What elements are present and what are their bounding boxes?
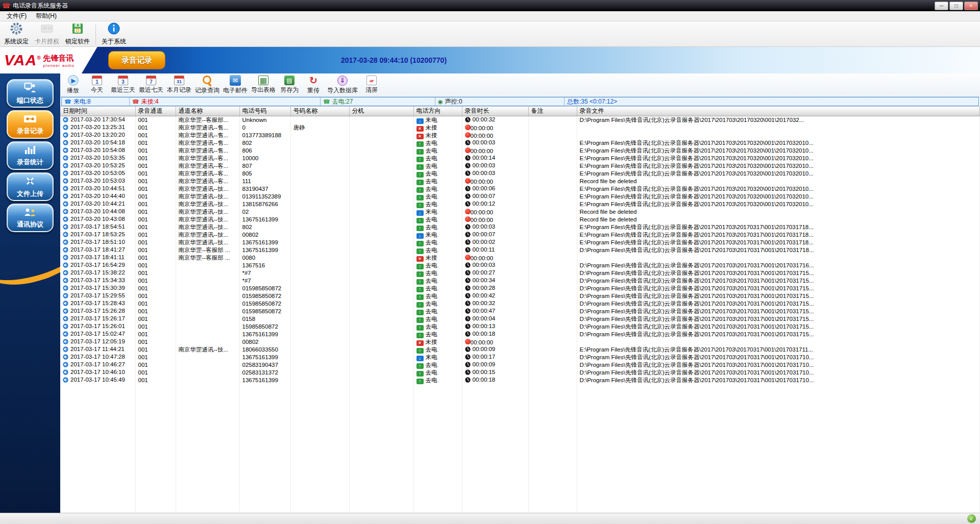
record-row[interactable]: 2017-03-20 17:30:54001南京华罡--客服部...Unknow…: [60, 116, 980, 124]
record-row[interactable]: 2017-03-20 10:44:51001南京华罡通讯--技...831904…: [60, 185, 980, 193]
clear-screen-button[interactable]: 清屏: [360, 74, 383, 96]
last-3-days-button[interactable]: 最近三天: [109, 74, 137, 96]
clock-icon: [465, 155, 471, 162]
record-row[interactable]: 2017-03-17 18:51:10001南京华罡通讯--技...136751…: [60, 239, 980, 246]
play-button[interactable]: 播放: [61, 74, 85, 96]
record-row[interactable]: 2017-03-20 10:44:21001南京华罡通讯--技...138158…: [60, 201, 980, 208]
record-row[interactable]: 2017-03-20 10:44:08001南京华罡通讯--技...02↓来电0…: [60, 208, 980, 216]
record-row[interactable]: 2017-03-17 10:47:2800113675161399↓来电00:0…: [60, 354, 980, 361]
minimize-button[interactable]: ─: [935, 2, 948, 10]
record-row[interactable]: 2017-03-20 10:44:40001南京华罡通讯--技...013911…: [60, 193, 980, 201]
email-button[interactable]: 电子邮件: [222, 74, 249, 96]
call-direction-icon: ↑: [416, 379, 424, 384]
about-system-button[interactable]: 关于系统: [100, 22, 128, 46]
call-direction-icon: ↑: [416, 302, 424, 308]
record-row[interactable]: 2017-03-20 10:43:08001南京华罡通讯--技...136751…: [60, 216, 980, 223]
clock-icon: [465, 224, 471, 231]
record-row[interactable]: 2017-03-17 10:46:2700102583190437↑去电00:0…: [60, 361, 980, 369]
menu-file[interactable]: 文件(F): [2, 11, 31, 21]
sidebar-item-recording-stats[interactable]: 录音统计: [7, 141, 54, 170]
record-row[interactable]: 2017-03-17 15:26:170010158↑去电00:00:04D:\…: [60, 315, 980, 323]
today-button[interactable]: 今天: [85, 74, 109, 96]
col-direction[interactable]: 电话方向: [413, 107, 462, 116]
record-row[interactable]: 2017-03-17 15:26:0100115985850872↑去电00:0…: [60, 323, 980, 331]
audio-record-icon: [63, 255, 68, 261]
audio-record-icon: [63, 339, 68, 345]
cassette-icon: [23, 114, 37, 126]
table-header-row: 日期时间 录音通道 通道名称 电话号码 号码名称 分机 电话方向 录音时长 备注…: [60, 107, 980, 116]
audio-record-icon: [63, 323, 68, 330]
record-row[interactable]: 2017-03-20 10:53:35001南京华罡通讯--客...10000↑…: [60, 155, 980, 162]
card-authorize-button[interactable]: 卡片授权: [33, 22, 61, 46]
record-row[interactable]: 2017-03-20 10:54:18001南京华罡通讯--售...802↑去电…: [60, 139, 980, 147]
audio-record-icon: [63, 140, 68, 146]
import-database-button[interactable]: 导入数据库: [326, 74, 359, 96]
lock-icon: [71, 22, 84, 37]
export-table-button[interactable]: 导出表格: [250, 74, 277, 96]
col-channel-name[interactable]: 通道名称: [176, 107, 239, 116]
summary-incoming: ☎来电:8: [62, 97, 130, 106]
close-button[interactable]: ×: [964, 2, 978, 10]
call-direction-icon: ↑: [416, 157, 424, 162]
calendar-today-icon: [92, 76, 102, 85]
call-direction-icon: ↑: [416, 264, 424, 269]
col-extension[interactable]: 分机: [349, 107, 413, 116]
record-query-button[interactable]: 记录查询: [193, 74, 221, 96]
col-phone-number[interactable]: 电话号码: [239, 107, 290, 116]
summary-voice-control: ◉声控:0: [435, 97, 565, 106]
record-row[interactable]: 2017-03-20 10:53:25001南京华罡通讯--客...807↑去电…: [60, 162, 980, 170]
titlebar[interactable]: ☎ 电话录音系统服务器 ─ □ ×: [0, 0, 980, 11]
clock-icon: [465, 186, 471, 192]
record-row[interactable]: 2017-03-20 10:54:08001南京华罡通讯--售...806↑去电…: [60, 147, 980, 155]
last-7-days-button[interactable]: 最近七天: [137, 74, 165, 96]
call-direction-icon: ↑: [416, 226, 424, 231]
maximize-button[interactable]: □: [949, 2, 963, 10]
logo-subtitle: pioneer audio: [43, 63, 75, 68]
record-row[interactable]: 2017-03-17 18:53:25001南京华罡通讯--技...00802↓…: [60, 231, 980, 239]
audio-record-icon: [63, 247, 68, 254]
retransmit-button[interactable]: 重传: [302, 74, 325, 96]
sidebar-item-file-upload[interactable]: 文件上传: [7, 172, 54, 201]
record-row[interactable]: 2017-03-20 13:20:20001南京华罡通讯--售...013773…: [60, 132, 980, 139]
audio-record-icon: [63, 124, 68, 131]
clock-icon: [465, 331, 471, 338]
record-row[interactable]: 2017-03-20 10:53:05001南京华罡通讯--客...805↑去电…: [60, 170, 980, 178]
system-settings-button[interactable]: 系统设定: [2, 22, 31, 46]
save-as-button[interactable]: 另存为: [278, 74, 301, 96]
audio-record-icon: [63, 316, 68, 322]
record-row[interactable]: 2017-03-17 15:02:4700113675161399↑去电00:0…: [60, 331, 980, 338]
record-row[interactable]: 2017-03-17 18:54:51001南京华罡通讯--技...802↑去电…: [60, 223, 980, 231]
record-row[interactable]: 2017-03-17 10:46:1000102583131372↑去电00:0…: [60, 369, 980, 377]
col-note[interactable]: 备注: [528, 107, 577, 116]
menu-help[interactable]: 帮助(H): [31, 11, 61, 21]
record-row[interactable]: 2017-03-17 15:29:55001015985850872↑去电00:…: [60, 292, 980, 300]
col-duration[interactable]: 录音时长: [462, 107, 528, 116]
col-datetime[interactable]: 日期时间: [60, 107, 135, 116]
sidebar-item-recording-records[interactable]: 录音记录: [7, 110, 54, 139]
month-records-button[interactable]: 本月记录: [165, 74, 193, 96]
col-number-name[interactable]: 号码名称: [290, 107, 349, 116]
record-row[interactable]: 2017-03-17 18:41:27001南京华罡--客服部 ...13675…: [60, 246, 980, 254]
record-row[interactable]: 2017-03-17 15:28:43001015985850872↑去电00:…: [60, 300, 980, 308]
record-row[interactable]: 2017-03-20 13:25:31001南京华罡通讯--售...0唐静×未接…: [60, 124, 980, 132]
lock-software-button[interactable]: 锁定软件: [63, 22, 92, 46]
record-row[interactable]: 2017-03-17 11:44:21001南京华罡通讯--技...180660…: [60, 346, 980, 354]
clock-icon: [465, 377, 471, 384]
record-row[interactable]: 2017-03-17 10:45:4900113675161399↑去电00:0…: [60, 377, 980, 384]
record-row[interactable]: 2017-03-17 15:30:39001015985850872↑去电00:…: [60, 285, 980, 292]
col-recording-file[interactable]: 录音文件: [577, 107, 980, 116]
records-grid[interactable]: 日期时间 录音通道 通道名称 电话号码 号码名称 分机 电话方向 录音时长 备注…: [60, 106, 980, 513]
outgoing-phone-icon: ☎: [323, 99, 330, 105]
call-direction-icon: ↑: [416, 325, 424, 331]
record-row[interactable]: 2017-03-17 15:38:22001*#7↑去电00:00:27D:\P…: [60, 269, 980, 277]
record-row[interactable]: 2017-03-17 12:05:1900100802×未接00:00:00: [60, 338, 980, 346]
record-row[interactable]: 2017-03-17 15:26:28001015985850872↑去电00:…: [60, 308, 980, 315]
col-channel[interactable]: 录音通道: [135, 107, 176, 116]
sidebar-item-port-status[interactable]: 端口状态: [7, 79, 54, 108]
record-row[interactable]: 2017-03-17 15:34:33001*#7↑去电00:00:34D:\P…: [60, 277, 980, 285]
tray-status-icon[interactable]: ✓: [967, 514, 976, 523]
sidebar-item-protocol[interactable]: 通讯协议: [7, 204, 54, 232]
record-row[interactable]: 2017-03-17 16:54:290011367516↑去电00:00:03…: [60, 262, 980, 269]
record-row[interactable]: 2017-03-17 18:41:11001南京华罡--客服部 ...0080×…: [60, 254, 980, 262]
record-row[interactable]: 2017-03-20 10:53:03001南京华罡通讯--客...111↑去电…: [60, 178, 980, 185]
